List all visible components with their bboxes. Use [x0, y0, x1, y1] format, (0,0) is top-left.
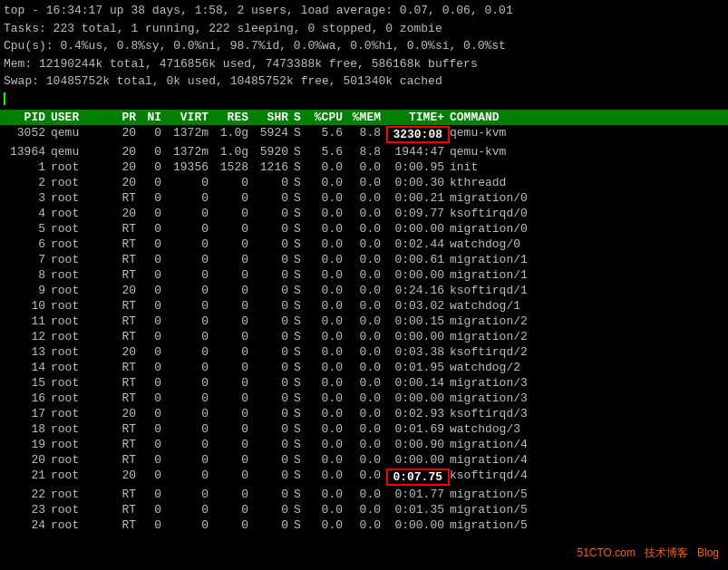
cell-ni-2: 0 [141, 160, 167, 174]
cell-time-23: 0:01.77 [386, 488, 450, 501]
cursor [4, 92, 5, 105]
cell-shr-18: 0 [254, 407, 294, 420]
cell-mem-1: 8.8 [348, 145, 386, 159]
cell-time-16: 0:00.14 [386, 376, 450, 390]
cell-ni-22: 0 [141, 469, 167, 486]
cell-mem-14: 0.0 [348, 345, 386, 359]
cell-ni-21: 0 [141, 453, 167, 467]
cell-pid-17: 16 [4, 391, 51, 405]
cell-s-5: S [294, 207, 310, 220]
table-row: 5 root RT 0 0 0 0 S 0.0 0.0 0:00.00 migr… [0, 221, 728, 237]
cell-time-7: 0:02.44 [386, 237, 450, 251]
cell-res-3: 0 [214, 176, 254, 189]
cell-virt-11: 0 [167, 299, 214, 313]
cell-time-24: 0:01.35 [386, 503, 450, 517]
cell-ni-18: 0 [141, 407, 167, 420]
cell-virt-0: 1372m [167, 126, 214, 143]
header-line5: Swap: 10485752k total, 0k used, 10485752… [4, 72, 724, 91]
cell-cpu-22: 0.0 [310, 469, 348, 486]
cell-mem-22: 0.0 [348, 469, 386, 486]
cell-res-7: 0 [214, 237, 254, 251]
cell-pr-17: RT [114, 391, 141, 405]
cell-cmd-2: init [450, 160, 724, 174]
cell-mem-2: 0.0 [348, 160, 386, 174]
cell-user-15: root [51, 361, 114, 374]
table-row: 12 root RT 0 0 0 0 S 0.0 0.0 0:00.00 mig… [0, 329, 728, 344]
cell-cmd-9: migration/1 [450, 268, 724, 282]
col-header-res: RES [214, 111, 254, 124]
cell-ni-1: 0 [141, 145, 167, 159]
cell-s-16: S [294, 376, 310, 390]
cell-res-17: 0 [214, 391, 254, 405]
cell-pid-25: 24 [4, 518, 51, 532]
cell-time-13: 0:00.00 [386, 330, 450, 343]
cell-pid-21: 20 [4, 453, 51, 467]
table-row: 13 root 20 0 0 0 0 S 0.0 0.0 0:03.38 kso… [0, 344, 728, 360]
col-header-pid: PID [4, 111, 51, 124]
cell-ni-12: 0 [141, 314, 167, 328]
cell-res-16: 0 [214, 376, 254, 390]
cell-user-19: root [51, 422, 114, 436]
cell-pr-2: 20 [114, 160, 141, 174]
col-header-user: USER [51, 111, 114, 124]
cell-mem-5: 0.0 [348, 207, 386, 220]
cell-s-13: S [294, 330, 310, 343]
cell-shr-6: 0 [254, 222, 294, 236]
cell-pr-20: RT [114, 438, 141, 451]
cell-pr-12: RT [114, 314, 141, 328]
cell-cpu-23: 0.0 [310, 488, 348, 501]
header-line1: top - 16:34:17 up 38 days, 1:58, 2 users… [4, 2, 724, 20]
cell-s-9: S [294, 268, 310, 282]
cell-shr-2: 1216 [254, 160, 294, 174]
cell-pr-8: RT [114, 253, 141, 266]
cell-shr-7: 0 [254, 237, 294, 251]
col-header-virt: VIRT [167, 111, 214, 124]
cell-pid-14: 13 [4, 345, 51, 359]
cell-virt-19: 0 [167, 422, 214, 436]
cell-s-3: S [294, 176, 310, 189]
cell-user-23: root [51, 488, 114, 501]
cell-cpu-15: 0.0 [310, 361, 348, 374]
cell-pid-24: 23 [4, 503, 51, 517]
cell-shr-8: 0 [254, 253, 294, 266]
cell-ni-19: 0 [141, 422, 167, 436]
cell-virt-15: 0 [167, 361, 214, 374]
cell-s-1: S [294, 145, 310, 159]
cell-user-5: root [51, 207, 114, 220]
cell-user-2: root [51, 160, 114, 174]
cell-s-12: S [294, 314, 310, 328]
cell-time-15: 0:01.95 [386, 361, 450, 374]
cell-ni-0: 0 [141, 126, 167, 143]
cell-pid-12: 11 [4, 314, 51, 328]
cell-virt-18: 0 [167, 407, 214, 420]
cell-time-19: 0:01.69 [386, 422, 450, 436]
cell-user-9: root [51, 268, 114, 282]
cell-s-4: S [294, 191, 310, 205]
cell-virt-21: 0 [167, 453, 214, 467]
cell-ni-14: 0 [141, 345, 167, 359]
cell-shr-23: 0 [254, 488, 294, 501]
cell-pid-1: 13964 [4, 145, 51, 159]
cell-ni-5: 0 [141, 207, 167, 220]
cell-shr-16: 0 [254, 376, 294, 390]
cell-mem-13: 0.0 [348, 330, 386, 343]
cell-cmd-18: ksoftirqd/3 [450, 407, 724, 420]
cell-cpu-12: 0.0 [310, 314, 348, 328]
cell-user-18: root [51, 407, 114, 420]
cell-pr-19: RT [114, 422, 141, 436]
cell-res-12: 0 [214, 314, 254, 328]
cell-pid-22: 21 [4, 469, 51, 486]
cell-res-18: 0 [214, 407, 254, 420]
cell-s-10: S [294, 284, 310, 297]
cell-mem-17: 0.0 [348, 391, 386, 405]
watermark-site: 51CTO.com [577, 546, 635, 559]
cell-ni-7: 0 [141, 237, 167, 251]
cell-s-15: S [294, 361, 310, 374]
cell-res-10: 0 [214, 284, 254, 297]
cell-pid-6: 5 [4, 222, 51, 236]
cell-virt-13: 0 [167, 330, 214, 343]
cell-s-2: S [294, 160, 310, 174]
cell-mem-7: 0.0 [348, 237, 386, 251]
cell-virt-7: 0 [167, 237, 214, 251]
cell-pr-18: 20 [114, 407, 141, 420]
